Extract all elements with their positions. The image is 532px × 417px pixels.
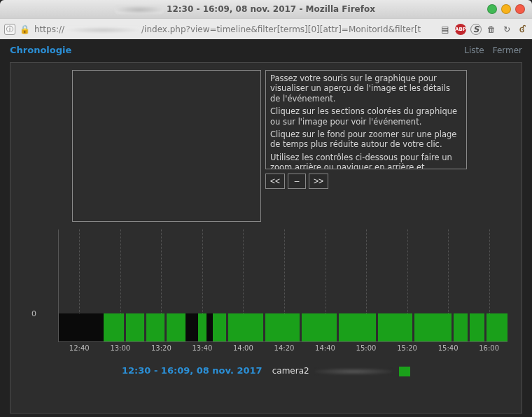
- x-tick: 14:40: [315, 344, 335, 352]
- gm-icon[interactable]: ʛ: [517, 24, 528, 35]
- segment-gap: [412, 313, 414, 341]
- x-tick: 13:20: [151, 344, 172, 352]
- info-p2: Cliquez sur les sections colorées du gra…: [270, 106, 462, 127]
- legend-camera: camera2: [272, 366, 309, 376]
- next-button[interactable]: >>: [309, 174, 328, 189]
- window-title: 12:30 - 16:09, 08 nov. 2017 - Mozilla Fi…: [167, 4, 375, 14]
- refresh-icon[interactable]: ↻: [501, 24, 512, 35]
- page-header: Chronologie Liste Fermer: [0, 39, 532, 62]
- timeline-segment[interactable]: [186, 313, 198, 341]
- segment-gap: [226, 313, 228, 341]
- window-titlebar: 12:30 - 16:09, 08 nov. 2017 - Mozilla Fi…: [0, 0, 532, 18]
- lock-icon: 🔒: [20, 24, 30, 34]
- nav-buttons: << – >>: [265, 174, 467, 189]
- x-tick: 16:00: [479, 344, 499, 352]
- prev-button[interactable]: <<: [265, 174, 285, 189]
- legend: 12:30 - 16:09, 08 nov. 2017 camera2: [10, 365, 522, 376]
- breadcrumb[interactable]: Chronologie: [10, 45, 71, 55]
- segment-gap: [484, 313, 486, 341]
- segment-gap: [451, 313, 454, 341]
- y-label: 0: [31, 309, 36, 318]
- x-tick: 14:00: [233, 344, 253, 352]
- x-tick: 12:40: [69, 344, 90, 352]
- url-bar: ⓘ 🔒 https:///index.php?view=timeline&fil…: [0, 18, 532, 41]
- segment-gap: [337, 313, 339, 341]
- abp-icon[interactable]: ABP: [455, 24, 466, 35]
- window-close-icon[interactable]: [515, 4, 525, 14]
- zoomout-button[interactable]: –: [288, 174, 306, 189]
- segment-gap: [263, 313, 265, 341]
- timeline-chart[interactable]: 0 12:4013:0013:2013:4014:0014:2014:4015:…: [47, 229, 507, 351]
- info-p1: Passez votre souris sur le graphique pou…: [270, 73, 462, 104]
- x-tick: 15:20: [397, 344, 417, 352]
- link-list[interactable]: Liste: [464, 45, 484, 55]
- segment-gap: [300, 313, 302, 341]
- preview-box[interactable]: [72, 70, 261, 222]
- timeline-segment[interactable]: [59, 313, 104, 341]
- s-addon-icon[interactable]: S: [470, 24, 482, 35]
- clipboard-icon[interactable]: 🗑: [486, 24, 497, 35]
- x-tick: 13:40: [192, 344, 212, 352]
- info-p3: Cliquez sur le fond pour zoomer sur une …: [270, 129, 462, 150]
- x-tick: 15:40: [438, 344, 458, 352]
- timeline-segment[interactable]: [206, 313, 213, 341]
- segment-gap: [164, 313, 167, 341]
- x-tick: 13:00: [110, 344, 130, 352]
- identity-icon[interactable]: ⓘ: [4, 24, 15, 35]
- info-box: Passez votre souris sur le graphique pou…: [265, 70, 467, 169]
- window-min-icon[interactable]: [487, 4, 497, 14]
- info-p4: Utilisez les contrôles ci-dessous pour f…: [270, 153, 462, 169]
- chart-grid[interactable]: 12:4013:0013:2013:4014:0014:2014:4015:00…: [58, 229, 507, 342]
- timeline-segment[interactable]: [198, 313, 206, 341]
- link-close[interactable]: Fermer: [493, 45, 522, 55]
- segment-gap: [144, 313, 146, 341]
- url-text[interactable]: https:///index.php?view=timeline&filter[…: [34, 24, 435, 34]
- legend-range: 12:30 - 16:09, 08 nov. 2017: [122, 365, 262, 376]
- window-max-icon[interactable]: [501, 4, 511, 14]
- segment-gap: [124, 313, 126, 341]
- segment-gap: [376, 313, 378, 341]
- x-tick: 14:20: [274, 344, 295, 352]
- timeline-panel: Passez votre souris sur le graphique pou…: [10, 62, 522, 414]
- legend-smudge: [315, 368, 392, 375]
- x-tick: 15:00: [356, 344, 377, 352]
- timeline-segment[interactable]: [213, 313, 507, 341]
- segment-gap: [468, 313, 470, 341]
- reader-icon[interactable]: ▤: [440, 24, 451, 35]
- legend-swatch: [399, 367, 410, 376]
